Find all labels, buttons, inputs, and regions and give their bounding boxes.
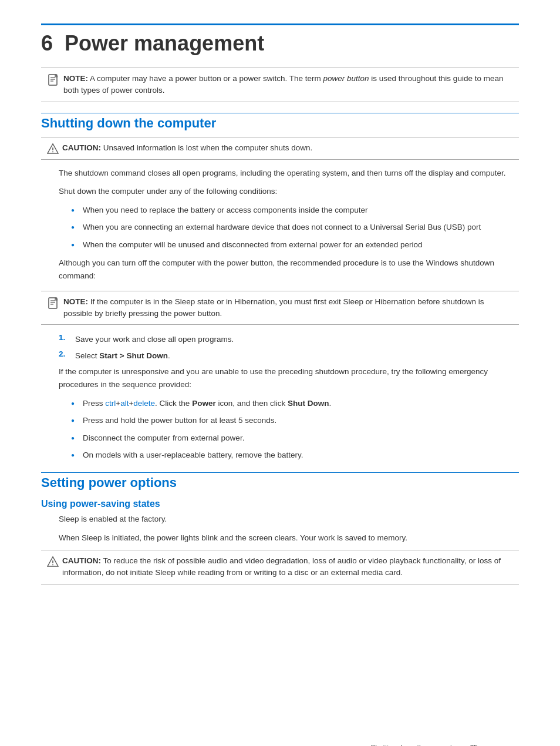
bullet-item: On models with a user-replaceable batter… bbox=[73, 449, 519, 462]
note-2-content: NOTE: If the computer is in the Sleep st… bbox=[63, 296, 513, 320]
note-1-italic: power button bbox=[323, 74, 369, 83]
bullet-item: Disconnect the computer from external po… bbox=[73, 432, 519, 445]
bullet-item: When you need to replace the battery or … bbox=[73, 204, 519, 217]
note-2-text: If the computer is in the Sleep state or… bbox=[63, 297, 484, 318]
chapter-number: 6 bbox=[41, 31, 53, 55]
shutdown-bold: Shut Down bbox=[288, 399, 329, 408]
bullet-item: When you are connecting an external hard… bbox=[73, 221, 519, 234]
caution-1-text: Unsaved information is lost when the com… bbox=[103, 143, 312, 152]
step-2-row: 2. Select Start > Shut Down. bbox=[59, 350, 519, 362]
step-2-text: Select Start > Shut Down. bbox=[75, 350, 170, 362]
bullet-item: When the computer will be unused and dis… bbox=[73, 238, 519, 251]
power-bold: Power bbox=[192, 399, 216, 408]
caution-icon-1 bbox=[47, 143, 59, 154]
svg-rect-7 bbox=[49, 298, 57, 308]
footer-section: Shutting down the computer bbox=[370, 744, 458, 746]
svg-point-6 bbox=[52, 151, 53, 152]
note-icon-2 bbox=[47, 297, 60, 310]
note-1-content: NOTE: A computer may have a power button… bbox=[63, 73, 513, 97]
step-2-bold: Start > Shut Down bbox=[99, 351, 168, 360]
note-2-label: NOTE: bbox=[63, 297, 88, 306]
svg-rect-0 bbox=[49, 75, 57, 85]
step-1-number: 1. bbox=[59, 333, 70, 342]
footer: Shutting down the computer 35 bbox=[370, 744, 478, 746]
section1-bullet-list-1: When you need to replace the battery or … bbox=[73, 204, 519, 251]
note-box-2: NOTE: If the computer is in the Sleep st… bbox=[41, 291, 519, 325]
note-icon bbox=[47, 73, 60, 86]
step-1-text: Save your work and close all open progra… bbox=[75, 333, 234, 346]
section2-rule bbox=[41, 472, 519, 473]
section1-rule bbox=[41, 113, 519, 113]
alt-link[interactable]: alt bbox=[120, 399, 129, 408]
bullet-item: Press and hold the power button for at l… bbox=[73, 414, 519, 427]
caution-2-label: CAUTION: bbox=[62, 556, 101, 565]
section1-bullet-list-2: Press ctrl+alt+delete. Click the Power i… bbox=[73, 397, 519, 462]
caution-2-content: CAUTION: To reduce the risk of possible … bbox=[62, 555, 513, 579]
section1-heading: Shutting down the computer bbox=[41, 116, 519, 131]
ctrl-link[interactable]: ctrl bbox=[105, 399, 116, 408]
chapter-title: 6 Power management bbox=[41, 31, 519, 56]
note-1-text: A computer may have a power button or a … bbox=[90, 74, 323, 83]
note-1-label: NOTE: bbox=[63, 74, 88, 83]
subsection1-para2: When Sleep is initiated, the power light… bbox=[59, 532, 519, 545]
top-rule bbox=[41, 23, 519, 25]
delete-link[interactable]: delete bbox=[133, 399, 155, 408]
caution-icon-2 bbox=[47, 556, 59, 567]
step-2-number: 2. bbox=[59, 350, 70, 358]
subsection1-heading: Using power-saving states bbox=[41, 499, 519, 509]
note-box-1: NOTE: A computer may have a power button… bbox=[41, 68, 519, 102]
caution-1-content: CAUTION: Unsaved information is lost whe… bbox=[62, 142, 312, 154]
subsection1-para1: Sleep is enabled at the factory. bbox=[59, 513, 519, 526]
caution-1-label: CAUTION: bbox=[62, 143, 101, 152]
caution-box-1: CAUTION: Unsaved information is lost whe… bbox=[41, 137, 519, 160]
section1-para3: Although you can turn off the computer w… bbox=[59, 257, 519, 282]
section2-heading: Setting power options bbox=[41, 475, 519, 490]
bullet-item-ctrl: Press ctrl+alt+delete. Click the Power i… bbox=[73, 397, 519, 410]
svg-point-13 bbox=[52, 564, 53, 566]
section1-para2: Shut down the computer under any of the … bbox=[59, 185, 519, 198]
section1-para1: The shutdown command closes all open pro… bbox=[59, 167, 519, 180]
caution-2-text: To reduce the risk of possible audio and… bbox=[62, 556, 501, 577]
step-1-row: 1. Save your work and close all open pro… bbox=[59, 333, 519, 346]
footer-page: 35 bbox=[470, 744, 478, 746]
caution-box-2: CAUTION: To reduce the risk of possible … bbox=[41, 550, 519, 584]
section1-para4: If the computer is unresponsive and you … bbox=[59, 365, 519, 391]
